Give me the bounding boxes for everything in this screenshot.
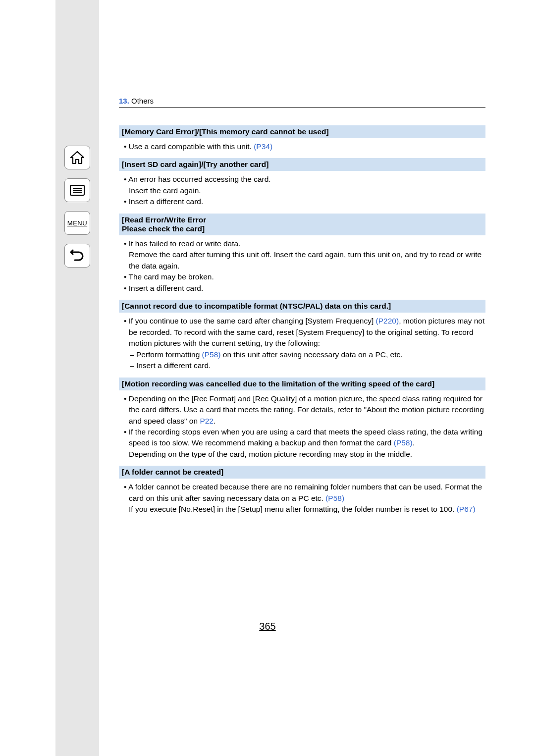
body-line: • Insert a different card. xyxy=(119,196,485,207)
section-header: [Read Error/Write ErrorPlease check the … xyxy=(119,214,485,235)
back-button[interactable] xyxy=(64,244,90,268)
page-link[interactable]: (P67) xyxy=(457,505,476,513)
text: If you execute [No.Reset] in the [Setup]… xyxy=(129,505,457,513)
text: Remove the card after turning this unit … xyxy=(129,250,482,270)
text: Depending on the type of the card, motio… xyxy=(129,450,412,458)
text: Insert the card again. xyxy=(129,186,201,195)
sidebar-stripe xyxy=(55,0,99,756)
text: • A folder cannot be created because the… xyxy=(124,483,482,502)
body-line: • It has failed to read or write data. xyxy=(119,238,485,249)
list-icon xyxy=(69,184,85,196)
page-link[interactable]: (P220) xyxy=(376,317,399,325)
text: . xyxy=(214,417,215,425)
section-body: • If you continue to use the same card a… xyxy=(119,316,485,371)
body-line: Remove the card after turning this unit … xyxy=(119,249,485,271)
text: • Depending on the [Rec Format] and [Rec… xyxy=(124,394,484,425)
page: MENU 13. Others [Memory Card Error]/[Thi… xyxy=(0,0,535,756)
nav-icons: MENU xyxy=(62,146,92,268)
body-line: • If the recording stops even when you a… xyxy=(119,427,485,449)
sections-container: [Memory Card Error]/[This memory card ca… xyxy=(119,125,485,515)
body-line: – Perform formatting (P58) on this unit … xyxy=(119,349,485,360)
text: • Insert a different card. xyxy=(124,197,203,206)
contents-button[interactable] xyxy=(64,178,90,202)
sidebar: MENU xyxy=(0,0,99,756)
body-line: – Insert a different card. xyxy=(119,360,485,371)
home-button[interactable] xyxy=(64,146,90,169)
text: • Insert a different card. xyxy=(124,284,203,292)
body-line: • Use a card compatible with this unit. … xyxy=(119,141,485,152)
section-header: [Cannot record due to incompatible forma… xyxy=(119,300,485,313)
body-line: • A folder cannot be created because the… xyxy=(119,482,485,504)
page-link[interactable]: (P58) xyxy=(325,494,344,502)
section-body: • Depending on the [Rec Format] and [Rec… xyxy=(119,393,485,460)
text: • Use a card compatible with this unit. xyxy=(124,142,254,151)
chapter-heading: 13. Others xyxy=(119,97,485,105)
section-header: [Memory Card Error]/[This memory card ca… xyxy=(119,125,485,138)
text: • It has failed to read or write data. xyxy=(124,239,240,248)
text: • If you continue to use the same card a… xyxy=(124,317,376,325)
text: . xyxy=(413,438,415,447)
chapter-title: Others xyxy=(131,97,154,105)
section-body: • It has failed to read or write data.Re… xyxy=(119,238,485,294)
content: 13. Others [Memory Card Error]/[This mem… xyxy=(99,0,535,756)
section-body: • A folder cannot be created because the… xyxy=(119,482,485,515)
page-link[interactable]: P22 xyxy=(200,417,214,425)
text: – Perform formatting xyxy=(130,350,202,359)
chapter-number: 13. xyxy=(119,97,129,105)
text: – Insert a different card. xyxy=(130,361,211,370)
body-line: Insert the card again. xyxy=(119,185,485,196)
body-line: Depending on the type of the card, motio… xyxy=(119,449,485,460)
body-line: • The card may be broken. xyxy=(119,271,485,282)
text: • An error has occurred accessing the ca… xyxy=(124,175,271,183)
menu-label: MENU xyxy=(67,219,87,227)
page-link[interactable]: (P58) xyxy=(394,438,413,447)
text: • The card may be broken. xyxy=(124,272,214,281)
body-line: • If you continue to use the same card a… xyxy=(119,316,485,349)
back-icon xyxy=(70,249,85,262)
body-line: • Depending on the [Rec Format] and [Rec… xyxy=(119,393,485,427)
page-number: 365 xyxy=(0,621,535,632)
body-line: If you execute [No.Reset] in the [Setup]… xyxy=(119,504,485,515)
page-link[interactable]: (P58) xyxy=(202,350,221,359)
section-body: • An error has occurred accessing the ca… xyxy=(119,174,485,207)
body-line: • An error has occurred accessing the ca… xyxy=(119,174,485,185)
section-header: [Insert SD card again]/[Try another card… xyxy=(119,158,485,171)
section-body: • Use a card compatible with this unit. … xyxy=(119,141,485,152)
body-line: • Insert a different card. xyxy=(119,283,485,294)
home-icon xyxy=(70,151,85,164)
divider xyxy=(119,107,485,108)
text: • If the recording stops even when you a… xyxy=(124,428,482,447)
menu-button[interactable]: MENU xyxy=(64,211,90,235)
page-link[interactable]: (P34) xyxy=(254,142,272,151)
section-header: [Motion recording was cancelled due to t… xyxy=(119,378,485,390)
text: on this unit after saving necessary data… xyxy=(220,350,402,359)
section-header: [A folder cannot be created] xyxy=(119,466,485,479)
